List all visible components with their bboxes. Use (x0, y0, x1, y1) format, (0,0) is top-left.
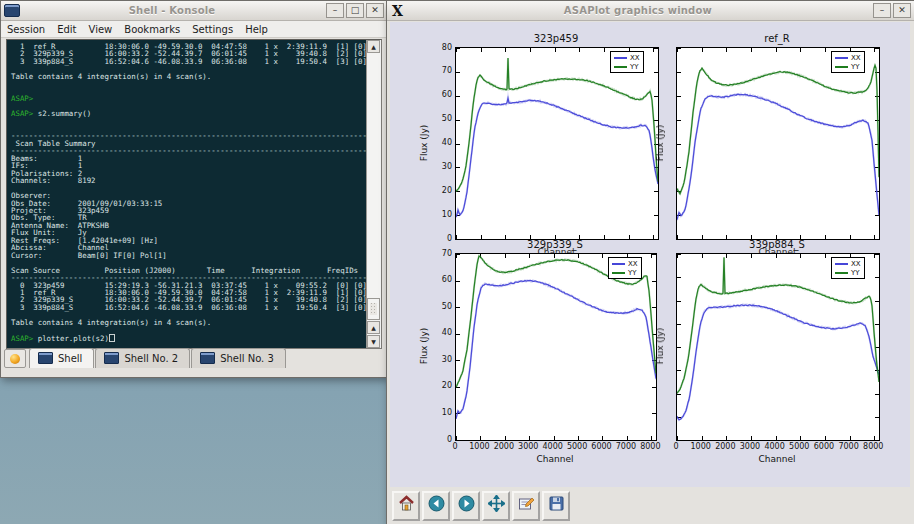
pan-button[interactable] (482, 491, 510, 521)
legend: XXYY (831, 257, 865, 279)
terminal-text-segment: s2.summary() (33, 109, 91, 118)
forward-button[interactable] (452, 491, 480, 521)
chart-title-329p339_s: 329p339_S (527, 239, 583, 250)
legend-entry: YY (614, 62, 640, 71)
terminal-line: 3 339p884_S 16:52:04.6 -46.08.33.9 06:36… (11, 58, 366, 65)
terminal-text-segment: plotter.plot(s2) (33, 334, 109, 343)
legend-line-swatch (835, 66, 848, 68)
konsole-app-icon (4, 4, 20, 17)
scroll-up-button[interactable]: ▲ (367, 40, 380, 53)
legend: XXYY (831, 51, 865, 73)
terminal-line: ASAP> s2.summary() (11, 110, 366, 117)
minimize-button[interactable]: – (326, 3, 344, 18)
legend-entry: XX (835, 259, 861, 268)
yaxis-label: Flux (Jy) (655, 124, 665, 161)
plot-canvas[interactable] (456, 48, 658, 239)
menu-item-bookmarks[interactable]: Bookmarks (118, 23, 186, 36)
ytick-label: 50 (422, 114, 452, 123)
back-icon (428, 495, 445, 516)
menu-item-edit[interactable]: Edit (51, 23, 82, 36)
legend-line-swatch (835, 57, 848, 59)
maximize-button[interactable]: □ (346, 3, 364, 18)
back-button[interactable] (422, 491, 450, 521)
legend-entry: YY (835, 62, 861, 71)
konsole-menubar: SessionEditViewBookmarksSettingsHelp (1, 21, 387, 38)
yaxis-label: Flux (Jy) (419, 328, 429, 365)
terminal-line (11, 326, 366, 333)
tab-shell[interactable]: Shell (29, 348, 94, 368)
terminal-text-segment: Cursor: Beam[0] IF[0] Pol[1] (11, 251, 167, 260)
terminal-text-segment: Channels: 8192 (11, 176, 96, 185)
konsole-window: Shell - Konsole – □ ✕ SessionEditViewBoo… (0, 0, 388, 378)
xtick-label: 8000 (856, 442, 890, 451)
save-icon (548, 495, 565, 516)
menu-item-view[interactable]: View (83, 23, 119, 36)
terminal-cursor (109, 334, 115, 342)
legend-line-swatch (614, 66, 627, 68)
legend-line-swatch (614, 57, 627, 59)
plot-canvas[interactable] (677, 254, 879, 440)
legend-label: YY (630, 63, 639, 71)
tab-shell-no-3[interactable]: Shell No. 3 (191, 348, 286, 368)
tab-label: Shell (58, 353, 82, 364)
legend-line-swatch (612, 263, 625, 265)
plot-canvas[interactable] (456, 254, 656, 440)
terminal-frame: 1 ref_R 18:30:06.0 -49.59.30.0 04:47:58 … (6, 39, 382, 349)
home-button[interactable] (392, 491, 420, 521)
legend-entry: XX (835, 53, 861, 62)
ytick-label: 60 (422, 275, 452, 284)
asaplot-titlebar[interactable]: X ASAPlot graphics window – ✕ (387, 1, 914, 21)
plot-axes-323p459[interactable] (455, 47, 659, 240)
pan-icon (488, 495, 505, 516)
plot-axes-339p884_s[interactable] (676, 253, 880, 441)
new-session-button[interactable] (4, 349, 26, 368)
legend-label: YY (851, 269, 860, 277)
terminal-scrollbar[interactable]: ▲ ▲ ▼ (366, 40, 381, 348)
plot-axes-ref_r[interactable] (676, 47, 880, 240)
terminal-line: Table contains 4 integration(s) in 4 sca… (11, 319, 366, 326)
ytick-label: 10 (422, 210, 452, 219)
asaplot-window-title: ASAPlot graphics window (405, 5, 871, 16)
plot-minimize-button[interactable]: – (873, 3, 891, 18)
xaxis-label: Channel (759, 454, 796, 464)
terminal-tab-icon (38, 352, 53, 364)
menu-item-settings[interactable]: Settings (186, 23, 239, 36)
terminal-line (11, 118, 366, 125)
konsole-tabbar: ShellShell No. 2Shell No. 3 (4, 348, 287, 368)
legend-entry: YY (835, 268, 861, 277)
plot-canvas-area[interactable]: Channel323p45901020304050607080Flux (Jy)… (390, 22, 910, 487)
tab-shell-no-2[interactable]: Shell No. 2 (95, 348, 190, 368)
terminal-line: Channels: 8192 (11, 177, 366, 184)
plot-toolbar (390, 489, 911, 522)
menu-item-session[interactable]: Session (1, 23, 51, 36)
x11-icon: X (390, 3, 405, 19)
scrollbar-thumb[interactable] (367, 298, 380, 320)
terminal-tab-icon (104, 352, 119, 364)
terminal-line (11, 88, 366, 95)
ytick-label: 0 (422, 234, 452, 243)
terminal-text-segment: ASAP> (11, 334, 33, 343)
scroll-up-button-bottom[interactable]: ▲ (367, 321, 380, 334)
ytick-label: 60 (422, 90, 452, 99)
terminal-text-segment: Table contains 4 integration(s) in 4 sca… (11, 72, 211, 81)
konsole-titlebar[interactable]: Shell - Konsole – □ ✕ (1, 1, 387, 21)
plot-close-button[interactable]: ✕ (893, 3, 911, 18)
legend-label: XX (630, 54, 640, 62)
legend-entry: XX (614, 53, 640, 62)
configure-button[interactable] (512, 491, 540, 521)
terminal-output[interactable]: 1 ref_R 18:30:06.0 -49.59.30.0 04:47:58 … (7, 40, 366, 348)
new-session-icon (10, 354, 20, 364)
menu-item-help[interactable]: Help (239, 23, 274, 36)
save-button[interactable] (542, 491, 570, 521)
scroll-down-button[interactable]: ▼ (367, 335, 380, 348)
xaxis-label: Channel (537, 454, 574, 464)
plot-axes-329p339_s[interactable] (455, 253, 657, 441)
home-icon (398, 495, 415, 516)
legend: XXYY (610, 51, 644, 73)
close-button[interactable]: ✕ (366, 3, 384, 18)
terminal-text-segment: 3 339p884_S 16:52:04.6 -46.08.33.9 06:36… (11, 303, 366, 312)
plot-canvas[interactable] (677, 48, 879, 239)
chart-title-339p884_s: 339p884_S (749, 239, 805, 250)
terminal-line: Table contains 4 integration(s) in 4 sca… (11, 73, 366, 80)
chart-title-323p459: 323p459 (534, 33, 579, 44)
